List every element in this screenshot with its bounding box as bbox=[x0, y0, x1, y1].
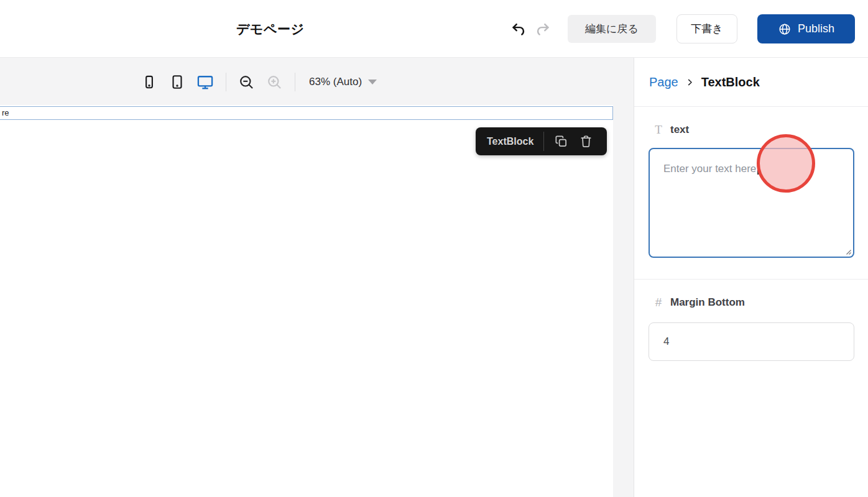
hash-icon: # bbox=[653, 296, 664, 309]
redo-button[interactable] bbox=[531, 17, 555, 41]
chevron-down-icon bbox=[368, 80, 377, 84]
back-to-edit-button[interactable]: 編集に戻る bbox=[568, 15, 656, 43]
desktop-icon bbox=[196, 73, 214, 91]
canvas-textblock-text: re bbox=[2, 108, 9, 117]
toolbar-divider bbox=[295, 73, 295, 91]
canvas-toolbar: 63% (Auto) bbox=[139, 70, 377, 94]
page-title: デモページ bbox=[236, 0, 304, 58]
publish-button[interactable]: Publish bbox=[757, 14, 855, 43]
copy-icon bbox=[554, 134, 568, 148]
tablet-icon bbox=[169, 74, 185, 90]
element-toolbar: TextBlock bbox=[476, 127, 607, 155]
zoom-level-value: 63% (Auto) bbox=[309, 76, 362, 88]
text-field-label: T text bbox=[653, 122, 689, 138]
toolbar-divider bbox=[226, 73, 226, 91]
zoom-in-icon bbox=[266, 74, 283, 91]
device-tablet-button[interactable] bbox=[167, 72, 187, 92]
text-field-label-text: text bbox=[670, 124, 689, 136]
canvas-viewport: 63% (Auto) re TextBlock bbox=[0, 58, 634, 497]
undo-button[interactable] bbox=[506, 17, 530, 41]
breadcrumb: Page TextBlock bbox=[634, 58, 868, 107]
resize-handle-icon[interactable] bbox=[844, 248, 852, 255]
device-phone-button[interactable] bbox=[139, 72, 159, 92]
draft-button[interactable]: 下書き bbox=[676, 14, 737, 43]
undo-icon bbox=[510, 21, 527, 38]
margin-bottom-input[interactable] bbox=[649, 322, 854, 361]
element-toolbar-divider bbox=[543, 132, 544, 151]
page-canvas: re bbox=[0, 105, 613, 497]
breadcrumb-chevron-icon bbox=[685, 78, 695, 87]
text-field-value: Enter your text here bbox=[663, 163, 756, 175]
breadcrumb-page-link[interactable]: Page bbox=[649, 75, 678, 89]
zoom-out-button[interactable] bbox=[236, 72, 256, 92]
element-toolbar-label: TextBlock bbox=[487, 136, 533, 147]
phone-icon bbox=[141, 74, 157, 90]
margin-field-label-text: Margin Bottom bbox=[670, 296, 745, 309]
delete-button[interactable] bbox=[575, 130, 597, 153]
device-desktop-button[interactable] bbox=[195, 72, 215, 92]
margin-field-label: # Margin Bottom bbox=[653, 294, 745, 311]
text-caret bbox=[757, 162, 759, 175]
section-divider bbox=[634, 279, 868, 280]
top-header: デモページ 編集に戻る 下書き Publish bbox=[0, 0, 868, 58]
canvas-textblock[interactable]: re bbox=[0, 106, 613, 120]
zoom-in-button[interactable] bbox=[264, 72, 284, 92]
redo-icon bbox=[535, 21, 552, 38]
duplicate-button[interactable] bbox=[550, 130, 572, 153]
text-type-icon: T bbox=[653, 123, 664, 137]
globe-icon bbox=[778, 22, 792, 36]
text-field-input[interactable]: Enter your text here bbox=[649, 148, 854, 258]
zoom-level-dropdown[interactable]: 63% (Auto) bbox=[309, 76, 377, 88]
zoom-out-icon bbox=[238, 74, 255, 91]
publish-label: Publish bbox=[798, 22, 834, 35]
trash-icon bbox=[579, 134, 593, 148]
properties-sidebar: Page TextBlock T text Enter your text he… bbox=[634, 58, 868, 497]
breadcrumb-current: TextBlock bbox=[701, 75, 760, 89]
